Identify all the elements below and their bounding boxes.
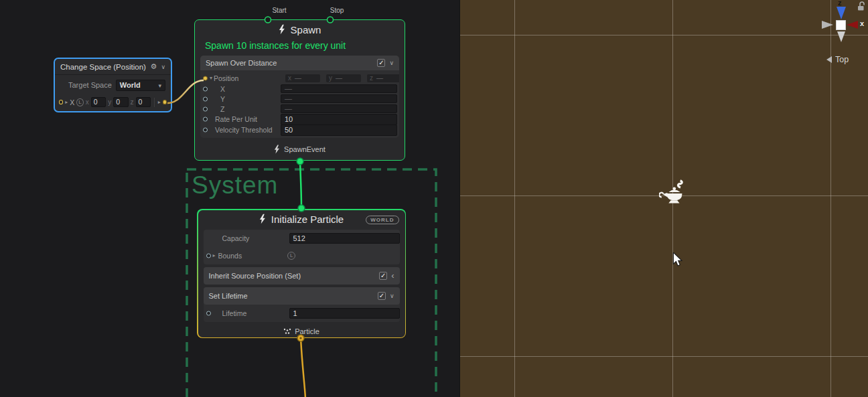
bounds-space-badge[interactable]: L xyxy=(287,252,295,260)
spawn-over-distance-block[interactable]: Spawn Over Distance Position x — xyxy=(200,56,399,138)
settings-gear-icon[interactable] xyxy=(151,62,157,71)
rate-per-unit-port[interactable] xyxy=(203,117,208,122)
spawn-node-header[interactable]: Spawn xyxy=(195,20,405,39)
grid-line-horizontal xyxy=(460,356,868,357)
block-rows: Position x — y — z xyxy=(200,70,399,138)
view-label: Top xyxy=(835,55,849,64)
target-space-dropdown[interactable]: World xyxy=(116,80,165,91)
lightning-icon xyxy=(274,145,280,154)
row-divider xyxy=(154,98,155,107)
stop-port-label: Stop xyxy=(330,7,344,14)
change-space-title: Change Space (Position) xyxy=(60,63,146,71)
capacity-row: Capacity 512 xyxy=(204,230,400,247)
position-port-connected[interactable] xyxy=(203,76,208,81)
initialize-to-update-wire[interactable] xyxy=(301,338,305,397)
inherit-collapsed-icon[interactable] xyxy=(391,270,394,281)
lifetime-port[interactable] xyxy=(206,311,211,315)
lifetime-enabled-checkbox[interactable] xyxy=(378,292,386,300)
position-z-field[interactable]: z — xyxy=(367,74,399,82)
particle-dots-icon xyxy=(283,328,291,335)
mouse-cursor xyxy=(672,252,682,266)
capacity-field[interactable]: 512 xyxy=(289,233,400,244)
position-output-port[interactable] xyxy=(163,100,167,104)
set-lifetime-block[interactable]: Set Lifetime Lifetime 1 xyxy=(204,287,400,322)
y-field[interactable]: — xyxy=(281,94,397,103)
y-port[interactable] xyxy=(203,96,208,101)
lifetime-collapse-icon[interactable] xyxy=(390,293,394,299)
x-port[interactable] xyxy=(203,86,208,91)
rate-per-unit-field[interactable]: 10 xyxy=(281,114,397,125)
axis-y: y xyxy=(329,74,332,82)
y-label: Y xyxy=(220,95,225,103)
value-x: — xyxy=(295,74,301,82)
settings-block: Capacity 512 Bounds L xyxy=(204,230,400,264)
change-space-node[interactable]: Change Space (Position) Target Space Wor… xyxy=(54,58,172,112)
spawn-to-initialize-wire[interactable] xyxy=(300,161,301,208)
z-value-field[interactable]: 0 xyxy=(136,97,151,107)
spawn-output-anchor[interactable]: SpawnEvent xyxy=(195,138,405,161)
particle-output-anchor[interactable]: Particle xyxy=(198,325,405,337)
dropdown-arrow-icon xyxy=(158,81,161,89)
gizmo-z-label: z xyxy=(838,0,842,7)
scene-view[interactable]: z x Top xyxy=(459,0,868,397)
velocity-threshold-port[interactable] xyxy=(203,128,208,133)
gizmo-lock-icon[interactable] xyxy=(857,1,865,11)
lifetime-field[interactable]: 1 xyxy=(289,308,400,319)
bounds-port[interactable] xyxy=(206,253,211,258)
initialize-particle-node[interactable]: Initialize Particle WORLD Capacity 512 B… xyxy=(197,209,406,338)
gizmo-x-label: x xyxy=(860,19,864,27)
gizmo-z-axis-cone[interactable] xyxy=(837,7,846,19)
grid-line-vertical xyxy=(514,0,515,397)
gizmo-negative-axis-cone[interactable] xyxy=(822,21,833,29)
z-label: Z xyxy=(220,105,224,113)
block-header[interactable]: Spawn Over Distance xyxy=(200,56,399,70)
bounds-expand-icon[interactable] xyxy=(213,253,216,258)
scene-orientation-gizmo[interactable]: z x Top xyxy=(818,0,868,67)
position-y-field[interactable]: y — xyxy=(326,74,361,82)
view-direction-toggle[interactable]: Top xyxy=(826,55,849,64)
x-field[interactable]: — xyxy=(281,84,397,93)
vfx-graph-canvas[interactable]: System Start Stop Change Space (Position… xyxy=(0,0,459,397)
vfx-graph-window: System Start Stop Change Space (Position… xyxy=(0,0,868,397)
block-enabled-checkbox[interactable] xyxy=(377,59,385,67)
gizmo-x-axis-cone[interactable] xyxy=(847,21,858,29)
x-label: X xyxy=(220,85,225,93)
velocity-threshold-field[interactable]: 50 xyxy=(281,125,397,136)
position-row: Position x — y — z xyxy=(200,73,399,84)
velocity-threshold-label: Velocity Threshold xyxy=(215,126,273,134)
gizmo-down-axis-cone[interactable] xyxy=(837,31,845,42)
set-lifetime-header[interactable]: Set Lifetime xyxy=(204,287,400,305)
world-space-badge[interactable]: WORLD xyxy=(366,216,399,224)
spawn-node-title: Spawn xyxy=(291,24,321,35)
collapse-chevron-icon[interactable] xyxy=(161,64,165,70)
position-expand-icon[interactable] xyxy=(210,76,212,81)
velocity-threshold-row: Velocity Threshold 50 xyxy=(200,125,399,135)
gizmo-center-cube[interactable] xyxy=(836,20,846,30)
change-space-header[interactable]: Change Space (Position) xyxy=(55,59,171,75)
inherit-enabled-checkbox[interactable] xyxy=(379,272,387,280)
x-input-port[interactable] xyxy=(59,100,63,104)
capacity-label: Capacity xyxy=(222,234,250,242)
x-value-field[interactable]: 0 xyxy=(91,97,106,107)
bounds-label: Bounds xyxy=(218,252,242,260)
expand-triangle-icon[interactable] xyxy=(65,100,68,105)
axis-x: x xyxy=(288,74,291,82)
position-x-field[interactable]: x — xyxy=(285,74,320,82)
vfx-lamp-gizmo-icon[interactable] xyxy=(659,179,689,208)
position-minifields: x — y — z — xyxy=(285,74,399,82)
y-subrow: Y — xyxy=(200,94,399,104)
z-subrow: Z — xyxy=(200,104,399,114)
local-space-badge[interactable]: L xyxy=(76,98,83,106)
x-axis-letter: x xyxy=(86,98,89,106)
spawn-context-node[interactable]: Spawn Spawn 10 instances for every unit … xyxy=(194,19,405,161)
y-value-field[interactable]: 0 xyxy=(113,97,128,107)
spawn-event-label: SpawnEvent xyxy=(284,145,326,153)
z-field[interactable]: — xyxy=(281,104,397,113)
bounds-row: Bounds L xyxy=(204,247,400,264)
inherit-source-position-block[interactable]: Inherit Source Position (Set) xyxy=(204,267,400,285)
block-collapse-icon[interactable] xyxy=(389,60,394,66)
y-axis-letter: y xyxy=(108,98,111,106)
z-port[interactable] xyxy=(203,106,208,111)
particle-output-label: Particle xyxy=(295,327,319,335)
inherit-block-title: Inherit Source Position (Set) xyxy=(209,272,301,280)
